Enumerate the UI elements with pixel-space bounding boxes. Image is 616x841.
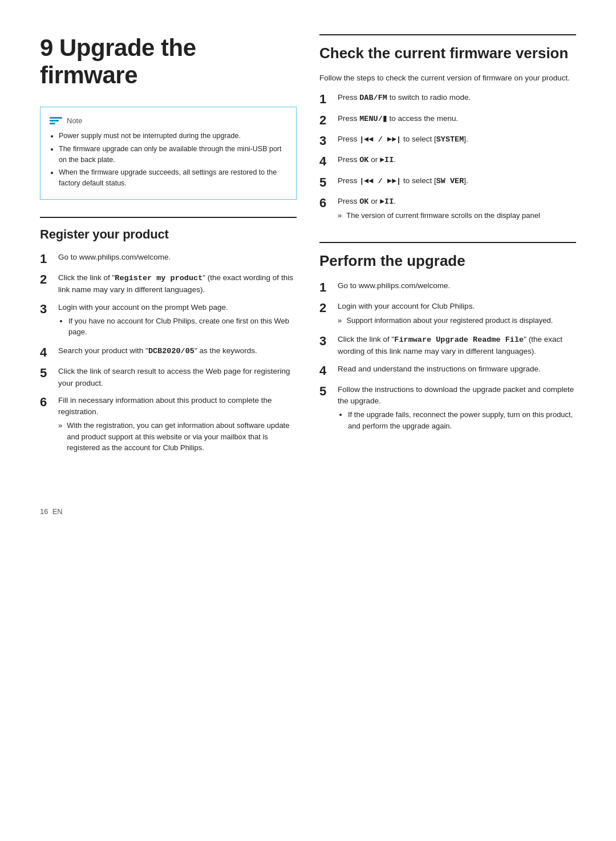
register-step-6: 6 Fill in necessary information about th… [40, 395, 297, 456]
check-firmware-intro: Follow the steps to check the current ve… [319, 72, 576, 84]
upgrade-step-4: 4 Read and understand the instructions o… [319, 363, 576, 378]
note-box: Note Power supply must not be interrupte… [40, 107, 297, 200]
register-steps: 1 Go to www.philips.com/welcome. 2 Click… [40, 252, 297, 456]
register-section: Register your product 1 Go to www.philip… [40, 217, 297, 456]
section-divider-2 [319, 34, 576, 35]
check-step-6: 6 Press OK or ►II. The version of curren… [319, 196, 576, 224]
check-firmware-title: Check the current firmware version [319, 42, 576, 64]
note-list: Power supply must not be interrupted dur… [50, 131, 287, 189]
chapter-title: 9 Upgrade the firmware [40, 34, 297, 90]
note-icon [50, 117, 62, 124]
check-step-1: 1 Press DAB/FM to switch to radio mode. [319, 92, 576, 107]
perform-upgrade-title: Perform the upgrade [319, 250, 576, 272]
upgrade-step-3: 3 Click the link of "Firmware Upgrade Re… [319, 334, 576, 358]
note-item: The firmware upgrade can only be availab… [59, 144, 287, 165]
check-firmware-steps: 1 Press DAB/FM to switch to radio mode. … [319, 92, 576, 224]
upgrade-step-5: 5 Follow the instructions to download th… [319, 384, 576, 434]
check-firmware-section: Check the current firmware version Follo… [319, 34, 576, 224]
note-header: Note [50, 115, 287, 127]
upgrade-step-1: 1 Go to www.philips.com/welcome. [319, 280, 576, 295]
check-step-5: 5 Press |◄◄ / ►►| to select [SW VER]. [319, 175, 576, 190]
check-step-3: 3 Press |◄◄ / ►►| to select [SYSTEM]. [319, 134, 576, 148]
note-item: When the firmware upgrade succeeds, all … [59, 167, 287, 189]
register-title: Register your product [40, 225, 297, 244]
section-divider-3 [319, 242, 576, 243]
upgrade-step-2: 2 Login with your account for Club Phili… [319, 301, 576, 328]
register-step-4: 4 Search your product with "DCB2020/05" … [40, 345, 297, 360]
register-step-1: 1 Go to www.philips.com/welcome. [40, 252, 297, 266]
note-item: Power supply must not be interrupted dur… [59, 131, 287, 141]
register-step-5: 5 Click the link of search result to acc… [40, 366, 297, 389]
section-divider [40, 217, 297, 218]
check-step-4: 4 Press OK or ►II. [319, 154, 576, 169]
page-number: 16 EN [40, 506, 576, 517]
perform-upgrade-section: Perform the upgrade 1 Go to www.philips.… [319, 242, 576, 434]
register-step-2: 2 Click the link of "Register my product… [40, 272, 297, 296]
register-step-3: 3 Login with your account on the prompt … [40, 302, 297, 339]
perform-upgrade-steps: 1 Go to www.philips.com/welcome. 2 Login… [319, 280, 576, 434]
page-content: 9 Upgrade the firmware Note Power supply… [40, 34, 576, 517]
check-step-2: 2 Press MENU/▮ to access the menu. [319, 113, 576, 128]
